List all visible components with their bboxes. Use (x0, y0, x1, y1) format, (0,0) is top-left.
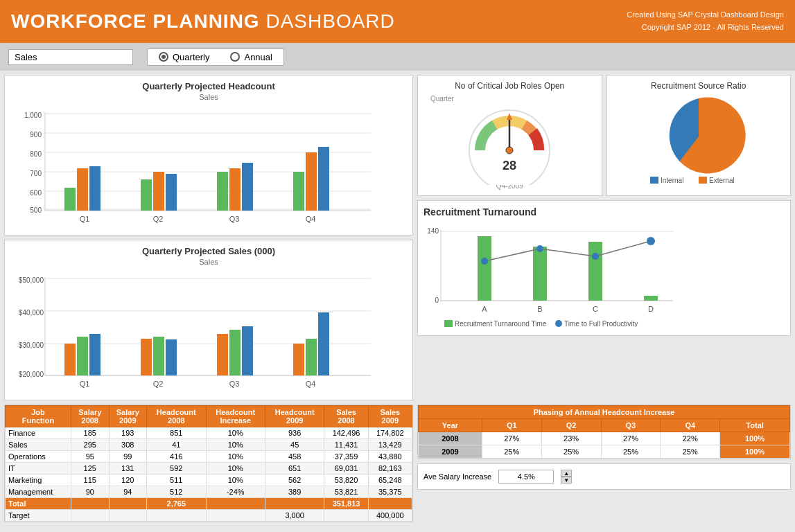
dept-select[interactable]: Sales Finance Operations IT Marketing Ma… (8, 49, 133, 65)
period-radio-group: Quarterly Annual (147, 48, 284, 66)
salary-label: Ave Salary Increase (423, 472, 491, 481)
td-it-hcinc: 10% (206, 463, 265, 475)
sales-bar-q3-2008 (217, 334, 228, 375)
svg-text:External: External (709, 177, 735, 184)
salary-spinner[interactable]: ▲ ▼ (561, 470, 572, 484)
quarterly-label: Quarterly (173, 52, 209, 62)
annual-radio-label[interactable]: Annual (230, 52, 272, 62)
svg-text:28: 28 (503, 159, 516, 172)
spin-down-button[interactable]: ▼ (561, 477, 572, 484)
td-sales-hc09: 45 (265, 439, 324, 451)
td-target-c2 (109, 510, 147, 522)
svg-text:800: 800 (30, 150, 42, 158)
td-it-hc08: 592 (147, 463, 206, 475)
recruit-bar-a (478, 236, 491, 301)
td-ops-sal09: 99 (109, 451, 147, 463)
th-headcount-2009: Headcount2009 (265, 406, 324, 427)
svg-text:C: C (593, 305, 598, 313)
svg-text:$40,000: $40,000 (19, 309, 44, 317)
td-it-s09: 82,163 (368, 463, 412, 475)
td-mgmt-hc08: 512 (147, 486, 206, 498)
bar-q1-2008 (64, 188, 76, 211)
credit-line1: Created Using SAP Crystal Dashboard Desi… (627, 9, 784, 21)
td-2009-q3: 25% (601, 445, 661, 459)
svg-text:B: B (537, 305, 542, 313)
recruit-panel: Recruitment Turnaround 140 0 (417, 200, 791, 336)
phasing-panel: Phasing of Annual Headcount Increase Yea… (417, 405, 791, 459)
sales-bar-q4-2009 (306, 339, 317, 375)
td-target-c1 (71, 510, 110, 522)
td-finance-hc09: 936 (265, 427, 324, 439)
td-target-c3 (147, 510, 206, 522)
svg-text:A: A (482, 305, 487, 313)
th-salary-2009: Salary2009 (109, 406, 147, 427)
bar-q1-2010 (89, 166, 101, 211)
td-sales-s08: 11,431 (324, 439, 368, 451)
recruit-dot-b (536, 245, 543, 252)
table-row: Sales 295 308 41 10% 45 11,431 13,429 (6, 439, 412, 451)
sales-bar-q2-2010 (166, 339, 177, 375)
td-2009-total: 100% (720, 445, 790, 459)
svg-rect-64 (444, 320, 453, 327)
page-title: WORKFORCE PLANNING DASHBOARD (11, 10, 395, 33)
bar-q2-2009 (153, 172, 164, 211)
svg-point-47 (506, 147, 513, 154)
sales-bar-q4-2008 (293, 344, 304, 375)
td-it-hc09: 651 (265, 463, 324, 475)
phasing-row-2008: 2008 27% 23% 27% 22% 100% (419, 432, 790, 445)
td-total-hc08: 2,765 (147, 498, 206, 510)
table-row: Operations 95 99 416 10% 458 37,359 43,8… (6, 451, 412, 463)
recruit-bar-b (533, 247, 547, 301)
svg-text:Internal: Internal (661, 177, 683, 184)
quarterly-radio-label[interactable]: Quarterly (159, 52, 209, 62)
td-finance-sal08: 185 (71, 427, 110, 439)
td-mkt-hcinc: 10% (206, 475, 265, 486)
recruit-dot-d (647, 237, 655, 245)
phasing-row-2009: 2009 25% 25% 25% 25% 100% (419, 445, 790, 459)
pie-title: Recruitment Source Ratio (613, 81, 785, 91)
td-2008-total: 100% (720, 432, 790, 445)
sales-chart-subtitle: Sales (10, 258, 407, 266)
bar-q1-2009 (77, 168, 88, 211)
td-it-sal08: 125 (71, 463, 110, 475)
salary-input[interactable] (498, 470, 554, 484)
table-row: IT 125 131 592 10% 651 69,031 82,163 (6, 463, 412, 475)
td-total-hc09 (265, 498, 324, 510)
th-job: JobFunction (6, 406, 71, 427)
controls-bar: Sales Finance Operations IT Marketing Ma… (0, 43, 795, 71)
td-total-s08: 351,813 (324, 498, 368, 510)
td-target-hc09: 3,000 (265, 510, 324, 522)
td-it-sal09: 131 (109, 463, 147, 475)
td-total-sal09 (109, 498, 147, 510)
svg-text:0: 0 (435, 296, 439, 304)
td-finance-hc08: 851 (147, 427, 206, 439)
th-total: Total (720, 419, 790, 432)
td-2008-q4: 22% (661, 432, 720, 445)
quarterly-radio-button[interactable] (159, 52, 168, 62)
svg-text:600: 600 (30, 189, 42, 197)
sales-bar-q3-2010 (242, 326, 253, 375)
svg-text:Q1: Q1 (80, 215, 90, 223)
headcount-chart-panel: Quarterly Projected Headcount Sales 1,00… (4, 75, 413, 236)
td-2009-q4: 25% (661, 445, 720, 459)
td-mgmt-s09: 35,375 (368, 486, 412, 498)
td-total-s09 (368, 498, 412, 510)
td-2008-q1: 27% (482, 432, 541, 445)
phasing-title: Phasing of Annual Headcount Increase (419, 406, 790, 419)
annual-radio-button[interactable] (230, 52, 240, 62)
svg-text:1,000: 1,000 (24, 112, 42, 119)
td-sales-hcinc: 10% (206, 439, 265, 451)
td-2008-q3: 27% (601, 432, 661, 445)
annual-label: Annual (244, 52, 272, 62)
td-mgmt-hcinc: -24% (206, 486, 265, 498)
td-mkt-hc09: 562 (265, 475, 324, 486)
td-it-s08: 69,031 (324, 463, 368, 475)
th-headcount-2008: Headcount2008 (147, 406, 206, 427)
td-ops-hc08: 416 (147, 451, 206, 463)
bar-q4-2008 (293, 172, 304, 211)
table-total-row: Total 2,765 351,813 (6, 498, 412, 510)
td-sales-sal08: 295 (71, 439, 110, 451)
spin-up-button[interactable]: ▲ (561, 470, 572, 477)
td-finance-s09: 174,802 (368, 427, 412, 439)
table-row: Marketing 115 120 511 10% 562 53,820 65,… (6, 475, 412, 486)
